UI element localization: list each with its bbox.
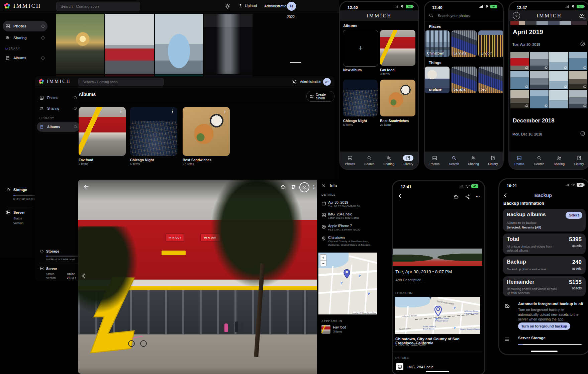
photo-thumbnail[interactable] bbox=[510, 90, 529, 108]
album-card-chicago-night[interactable]: ⋮ bbox=[130, 107, 177, 156]
sidebar-item-photos[interactable]: Photos bbox=[37, 93, 80, 102]
photo-thumbnail[interactable] bbox=[549, 71, 568, 89]
photo-thumbnail[interactable] bbox=[569, 90, 587, 108]
nav-photos[interactable]: Photos bbox=[509, 152, 529, 169]
photo-thumbnail[interactable] bbox=[549, 52, 568, 70]
photo-thumbnail[interactable] bbox=[569, 52, 587, 70]
new-album-button[interactable]: + bbox=[343, 30, 378, 67]
administration-link[interactable]: Administration bbox=[300, 80, 321, 84]
search-bar[interactable]: Search your photos bbox=[429, 13, 470, 18]
album-card-best-sandwiches[interactable] bbox=[380, 80, 415, 116]
album-card-fav-food[interactable] bbox=[380, 30, 415, 66]
album-name[interactable]: Fav food bbox=[79, 158, 93, 162]
search-input[interactable] bbox=[56, 2, 140, 11]
user-avatar[interactable]: AT bbox=[323, 78, 331, 86]
sidebar-item-sharing[interactable]: Sharing bbox=[3, 33, 47, 43]
description-placeholder[interactable]: Add Description... bbox=[395, 278, 424, 282]
user-avatar-icon[interactable]: ☺ bbox=[513, 12, 520, 19]
info-icon[interactable] bbox=[41, 36, 45, 40]
nav-search[interactable]: Search bbox=[529, 152, 550, 169]
photo-thumbnail[interactable] bbox=[56, 14, 104, 74]
place-card-chinatown[interactable]: Chinatown bbox=[425, 30, 450, 57]
nav-library[interactable]: Library bbox=[483, 152, 503, 169]
more-options-icon[interactable]: … bbox=[476, 193, 480, 198]
nav-library[interactable]: Library bbox=[399, 152, 418, 169]
album-card-best-sandwiches[interactable]: ⋮ bbox=[183, 107, 230, 156]
search-input[interactable] bbox=[78, 78, 164, 86]
photo-thumbnail[interactable] bbox=[105, 14, 154, 74]
thing-card-airplane[interactable]: airplane bbox=[425, 67, 450, 93]
location-map[interactable]: P P P + − Leaflet | © OpenStreetMap bbox=[318, 253, 377, 314]
thing-card-bed[interactable]: bed bbox=[478, 67, 504, 93]
nav-photos[interactable]: Photos bbox=[425, 152, 444, 169]
download-cloud-icon[interactable] bbox=[280, 184, 286, 190]
album-name[interactable]: Best Sandwiches bbox=[183, 158, 211, 162]
photo-thumbnail[interactable] bbox=[530, 52, 549, 70]
photo-thumbnail[interactable] bbox=[155, 14, 203, 74]
photo-thumbnail[interactable] bbox=[549, 90, 568, 108]
photo-thumbnail[interactable] bbox=[569, 71, 587, 89]
check-circle-icon[interactable] bbox=[580, 131, 585, 136]
user-avatar[interactable]: AT bbox=[287, 2, 296, 11]
album-options-icon[interactable]: ⋮ bbox=[223, 109, 227, 113]
nav-library[interactable]: Library bbox=[569, 152, 588, 169]
backup-cloud-icon[interactable] bbox=[578, 12, 585, 19]
photo-thumbnail[interactable] bbox=[204, 14, 253, 74]
album-name[interactable]: Chicago Night bbox=[130, 158, 154, 162]
zoom-out-button[interactable]: − bbox=[320, 261, 326, 266]
create-album-button[interactable]: Create album bbox=[306, 91, 334, 102]
back-chevron-icon[interactable] bbox=[397, 193, 403, 199]
photo-thumbnail[interactable] bbox=[530, 71, 549, 89]
location-map[interactable]: The Embarcadero Jefferson Street Jeffers… bbox=[395, 297, 480, 334]
share-icon[interactable] bbox=[465, 194, 470, 199]
album-options-icon[interactable]: ⋮ bbox=[119, 109, 123, 113]
info-icon[interactable] bbox=[41, 56, 45, 60]
back-arrow-icon[interactable] bbox=[83, 184, 89, 190]
close-icon[interactable] bbox=[321, 184, 326, 188]
album-options-icon[interactable]: ⋮ bbox=[170, 109, 175, 113]
nav-sharing[interactable]: Sharing bbox=[379, 152, 399, 169]
select-button[interactable]: Select bbox=[566, 212, 582, 219]
photo-thumbnail[interactable] bbox=[530, 90, 549, 108]
nav-photos[interactable]: Photos bbox=[340, 152, 360, 169]
timeline-scrubber-handle[interactable] bbox=[290, 62, 301, 63]
check-circle-icon[interactable] bbox=[580, 41, 585, 46]
nav-sharing[interactable]: Sharing bbox=[464, 152, 483, 169]
theme-toggle-sun-icon[interactable] bbox=[292, 79, 297, 84]
map-zoom-controls[interactable]: + − bbox=[320, 254, 326, 266]
place-card-lincoln[interactable]: Lincoln bbox=[478, 30, 504, 57]
download-cloud-icon[interactable] bbox=[453, 194, 459, 200]
info-icon[interactable] bbox=[74, 107, 77, 110]
info-icon[interactable] bbox=[74, 96, 77, 99]
sidebar-item-sharing[interactable]: Sharing bbox=[37, 104, 80, 113]
previous-photo-icon[interactable] bbox=[81, 273, 87, 279]
nav-search[interactable]: Search bbox=[360, 152, 379, 169]
turn-on-foreground-backup-button[interactable]: Turn on foreground backup bbox=[518, 322, 570, 330]
map-attribution[interactable]: Leaflet | © OpenStreetMap bbox=[352, 312, 377, 314]
album-card-chicago-night[interactable] bbox=[343, 80, 378, 116]
appears-in-album-thumb[interactable] bbox=[321, 325, 330, 334]
info-icon[interactable] bbox=[41, 24, 45, 28]
photo-thumbnail[interactable] bbox=[510, 71, 529, 89]
album-name[interactable]: Best Sandwiches bbox=[380, 119, 409, 123]
trash-icon[interactable] bbox=[291, 184, 296, 189]
sidebar-item-albums[interactable]: Albums bbox=[37, 122, 80, 132]
info-icon[interactable] bbox=[299, 182, 309, 192]
place-card-la-vista[interactable]: La Vista bbox=[451, 30, 477, 57]
thing-card-banana[interactable]: banana bbox=[451, 67, 477, 93]
upload-button[interactable]: Upload bbox=[238, 3, 257, 8]
theme-toggle-sun-icon[interactable] bbox=[225, 3, 230, 9]
album-name[interactable]: Chicago Night bbox=[343, 119, 367, 123]
photo-thumbnail[interactable] bbox=[510, 52, 529, 70]
photo-detail-image[interactable] bbox=[393, 249, 482, 266]
more-options-icon[interactable]: ⋮ bbox=[311, 184, 316, 189]
home-indicator[interactable] bbox=[531, 351, 558, 352]
home-indicator[interactable] bbox=[426, 371, 449, 372]
sidebar-item-albums[interactable]: Albums bbox=[3, 53, 47, 63]
nav-search[interactable]: Search bbox=[444, 152, 464, 169]
appears-in-album-name[interactable]: Fav food bbox=[333, 325, 346, 329]
nav-sharing[interactable]: Sharing bbox=[549, 152, 569, 169]
immich-logo[interactable]: IMMICH bbox=[38, 78, 71, 85]
album-name[interactable]: Fav food bbox=[380, 68, 395, 72]
immich-logo[interactable]: IMMICH bbox=[3, 2, 41, 10]
